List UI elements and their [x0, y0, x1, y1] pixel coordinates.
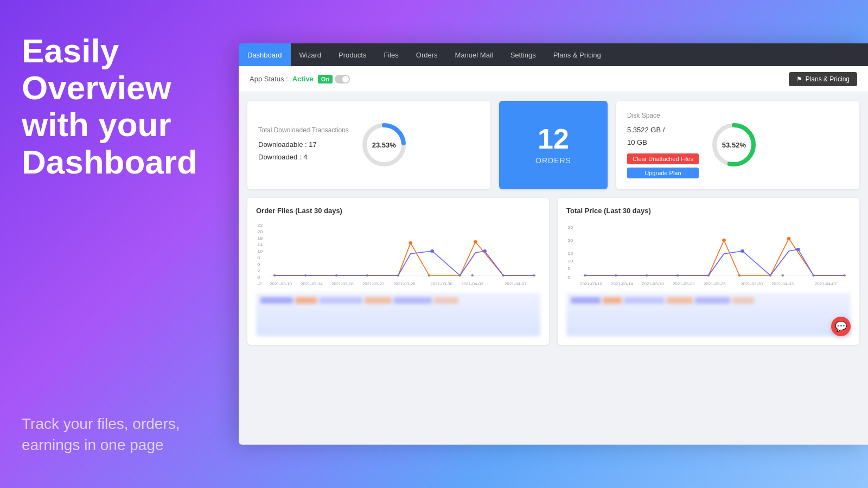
downloaded-label: Downloaded : [258, 153, 302, 161]
svg-text:2: 2 [257, 268, 260, 273]
nav-item-manuel-mail[interactable]: Manuel Mail [446, 43, 502, 66]
order-files-chart-card: Order Files (Last 30 days) 22 20 18 14 1… [247, 198, 549, 345]
svg-text:22: 22 [257, 222, 263, 227]
toggle-on-label: On [318, 75, 333, 84]
left-panel: Easily Overview with your Dashboard Trac… [0, 0, 239, 488]
svg-text:2021-03-14: 2021-03-14 [611, 281, 633, 286]
svg-text:15: 15 [567, 251, 573, 255]
svg-text:2021-03-30: 2021-03-30 [430, 281, 452, 286]
transactions-title: Total Downloaded Transactions [258, 126, 349, 134]
app-window: Dashboard Wizard Products Files Orders M… [239, 43, 868, 445]
svg-text:2021-03-10: 2021-03-10 [580, 281, 602, 286]
svg-text:2021-03-14: 2021-03-14 [301, 281, 323, 286]
svg-point-53 [781, 274, 784, 277]
downloadable-label: Downloadable : [258, 140, 307, 149]
svg-text:20: 20 [567, 237, 573, 242]
flag-icon: ⚑ [796, 75, 802, 83]
status-left: App Status : Active On [250, 75, 350, 84]
headline: Easily Overview with your Dashboard [22, 33, 217, 181]
downloaded-value: 4 [303, 153, 307, 161]
total-price-svg-wrap: 25 20 15 10 5 0 [566, 221, 851, 288]
disk-buttons: Clear Unattached Files Upgrade Plan [627, 153, 699, 178]
svg-text:2021-03-30: 2021-03-30 [741, 281, 763, 286]
svg-point-24 [471, 274, 474, 277]
svg-text:2021-04-03: 2021-04-03 [461, 281, 483, 286]
svg-text:2021-04-07: 2021-04-07 [815, 281, 837, 286]
main-content: Total Downloaded Transactions Downloadab… [239, 92, 868, 445]
nav-item-products[interactable]: Products [330, 43, 375, 66]
total-price-chart-card: Total Price (Last 30 days) 25 20 15 10 5… [558, 198, 859, 345]
nav-item-orders[interactable]: Orders [407, 43, 446, 66]
transactions-card: Total Downloaded Transactions Downloadab… [247, 101, 490, 189]
order-files-chart-title: Order Files (Last 30 days) [256, 207, 540, 215]
transactions-percent: 23.53% [372, 141, 396, 149]
active-label: Active [292, 75, 314, 83]
order-files-chart-tags [256, 293, 540, 308]
nav-item-settings[interactable]: Settings [502, 43, 545, 66]
svg-text:14: 14 [257, 242, 263, 247]
orders-label: ORDERS [535, 156, 571, 165]
svg-text:2021-03-26: 2021-03-26 [704, 281, 726, 286]
nav-item-files[interactable]: Files [375, 43, 407, 66]
transactions-details: Downloadable : 17 Downloaded : 4 [258, 138, 349, 164]
svg-text:8: 8 [257, 255, 260, 260]
svg-text:0: 0 [567, 274, 570, 279]
nav-item-plans-pricing[interactable]: Plans & Pricing [545, 43, 610, 66]
svg-text:2021-04-03: 2021-04-03 [771, 281, 794, 286]
transactions-donut: 23.53% [360, 120, 409, 169]
toggle-container[interactable]: On [318, 75, 350, 84]
nav-item-wizard[interactable]: Wizard [291, 43, 330, 66]
svg-text:18: 18 [257, 235, 263, 240]
disk-percent: 53.52% [722, 141, 746, 149]
disk-info: Disk Space 5.3522 GB / 10 GB Clear Unatt… [627, 112, 699, 178]
navbar: Dashboard Wizard Products Files Orders M… [239, 43, 868, 66]
toggle-switch[interactable] [335, 75, 350, 84]
status-bar: App Status : Active On ⚑ Plans & Pricing [239, 66, 868, 92]
svg-text:2021-03-22: 2021-03-22 [362, 281, 385, 286]
svg-text:-2: -2 [257, 281, 261, 286]
charts-row: Order Files (Last 30 days) 22 20 18 14 1… [247, 198, 859, 345]
order-files-svg-wrap: 22 20 18 14 10 8 6 2 0 -2 [256, 221, 540, 288]
svg-text:6: 6 [257, 261, 260, 266]
orders-card: 12 ORDERS [499, 101, 608, 189]
disk-details: 5.3522 GB / 10 GB [627, 124, 699, 149]
svg-text:5: 5 [567, 266, 570, 271]
clear-unattached-button[interactable]: Clear Unattached Files [627, 153, 699, 164]
svg-text:20: 20 [257, 229, 263, 234]
svg-text:10: 10 [567, 258, 573, 263]
disk-used: 5.3522 GB / [627, 126, 665, 134]
app-status-label: App Status : [250, 75, 288, 83]
total-price-chart-title: Total Price (Last 30 days) [566, 207, 851, 215]
svg-text:2021-04-07: 2021-04-07 [505, 281, 527, 286]
upgrade-plan-button[interactable]: Upgrade Plan [627, 168, 699, 178]
fab-icon: 💬 [835, 320, 847, 332]
total-price-chart-bottom [566, 293, 851, 336]
disk-card: Disk Space 5.3522 GB / 10 GB Clear Unatt… [616, 101, 859, 189]
right-panel: Dashboard Wizard Products Files Orders M… [239, 0, 868, 488]
total-price-chart-area: 25 20 15 10 5 0 [566, 221, 851, 336]
svg-text:2021-03-26: 2021-03-26 [393, 281, 416, 286]
stats-row: Total Downloaded Transactions Downloadab… [247, 101, 859, 189]
svg-text:2021-03-22: 2021-03-22 [673, 281, 695, 286]
svg-text:2021-03-10: 2021-03-10 [270, 281, 292, 286]
orders-count: 12 [538, 125, 569, 153]
svg-text:0: 0 [257, 274, 260, 279]
disk-title: Disk Space [627, 112, 699, 119]
transactions-info: Total Downloaded Transactions Downloadab… [258, 126, 349, 164]
order-files-chart-bottom [256, 293, 540, 336]
disk-donut: 53.52% [710, 120, 758, 169]
svg-text:10: 10 [257, 248, 263, 253]
nav-item-dashboard[interactable]: Dashboard [239, 43, 291, 66]
svg-text:2021-03-18: 2021-03-18 [642, 281, 664, 286]
plans-pricing-button[interactable]: ⚑ Plans & Pricing [789, 72, 857, 86]
downloadable-value: 17 [309, 140, 316, 149]
svg-text:25: 25 [567, 224, 573, 229]
plans-btn-label: Plans & Pricing [806, 75, 850, 83]
svg-text:2021-03-18: 2021-03-18 [331, 281, 354, 286]
order-files-chart-area: 22 20 18 14 10 8 6 2 0 -2 [256, 221, 540, 336]
subtext: Track your files, orders, earnings in on… [22, 413, 217, 455]
fab-button[interactable]: 💬 [831, 317, 851, 336]
disk-total: 10 GB [627, 138, 647, 146]
